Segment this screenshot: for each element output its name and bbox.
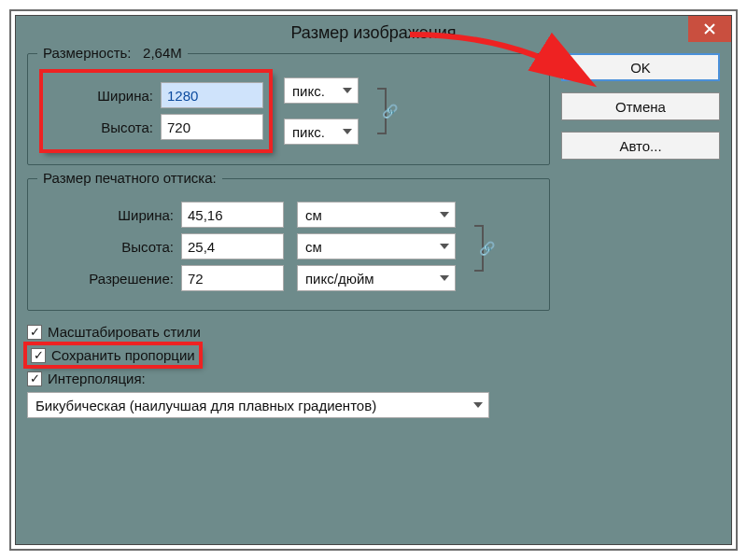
doc-height-label: Высота: xyxy=(41,239,181,255)
file-size: 2,64M xyxy=(143,45,182,61)
doc-height-input[interactable] xyxy=(181,233,284,259)
pixel-dimensions-group: Размерность: 2,64M Ширина: Высота: xyxy=(27,53,550,165)
pixel-width-unit-select[interactable]: пикс. xyxy=(284,77,359,104)
resolution-unit-select[interactable]: пикс/дюйм xyxy=(297,265,456,291)
auto-label: Авто... xyxy=(619,138,661,154)
width-label: Ширина: xyxy=(49,88,161,104)
scale-styles-row[interactable]: ✓ Масштабировать стили xyxy=(27,324,550,340)
pixel-dimensions-legend: Размерность: 2,64M xyxy=(37,45,188,61)
chevron-down-icon xyxy=(440,212,449,217)
chevron-down-icon xyxy=(473,402,483,408)
pixel-height-unit-select[interactable]: пикс. xyxy=(284,119,359,145)
doc-width-unit-select[interactable]: см xyxy=(297,202,456,228)
close-button[interactable] xyxy=(688,16,731,42)
chevron-down-icon xyxy=(440,244,449,249)
width-height-highlight: Ширина: Высота: xyxy=(41,71,271,151)
link-icon: 🔗 xyxy=(382,104,398,119)
pixel-width-input[interactable] xyxy=(161,82,263,108)
resolution-label: Разрешение: xyxy=(41,271,181,287)
resolution-input[interactable] xyxy=(181,265,284,291)
constrain-proportions-label: Сохранить пропорции xyxy=(51,347,195,363)
auto-button[interactable]: Авто... xyxy=(561,132,720,160)
doc-width-input[interactable] xyxy=(181,202,284,228)
scale-styles-checkbox[interactable]: ✓ xyxy=(27,325,42,340)
constrain-proportions-row[interactable]: ✓ Сохранить пропорции xyxy=(31,347,195,363)
interpolation-label: Интерполяция: xyxy=(48,371,146,386)
close-icon xyxy=(704,23,715,35)
document-size-legend: Размер печатного оттиска: xyxy=(37,170,222,186)
document-size-group: Размер печатного оттиска: Ширина: см Выс… xyxy=(27,178,550,311)
ok-button[interactable]: OK xyxy=(561,53,720,81)
pixel-link-indicator: 🔗 xyxy=(368,88,396,134)
ok-label: OK xyxy=(630,60,651,76)
pixel-height-input[interactable] xyxy=(161,114,263,140)
interpolation-checkbox[interactable]: ✓ xyxy=(27,371,42,386)
cancel-button[interactable]: Отмена xyxy=(561,92,720,120)
cancel-label: Отмена xyxy=(615,99,666,115)
chevron-down-icon xyxy=(343,129,352,134)
interpolation-method-select[interactable]: Бикубическая (наилучшая для плавных град… xyxy=(27,392,489,418)
doc-height-unit-select[interactable]: см xyxy=(297,233,456,259)
chevron-down-icon xyxy=(440,275,449,281)
doc-width-label: Ширина: xyxy=(41,207,181,223)
height-label: Высота: xyxy=(49,119,161,135)
doc-link-indicator: 🔗 xyxy=(465,200,493,297)
chevron-down-icon xyxy=(343,88,352,93)
outer-frame: Размер изображения OK Отмена Авто... Раз… xyxy=(9,9,738,551)
link-icon: 🔗 xyxy=(479,241,495,256)
interpolation-row[interactable]: ✓ Интерполяция: xyxy=(27,371,550,386)
scale-styles-label: Масштабировать стили xyxy=(48,324,201,340)
constrain-proportions-checkbox[interactable]: ✓ xyxy=(31,348,46,363)
constrain-highlight: ✓ Сохранить пропорции xyxy=(27,345,199,365)
image-size-dialog: Размер изображения OK Отмена Авто... Раз… xyxy=(15,15,732,545)
dialog-title: Размер изображения xyxy=(290,23,456,43)
